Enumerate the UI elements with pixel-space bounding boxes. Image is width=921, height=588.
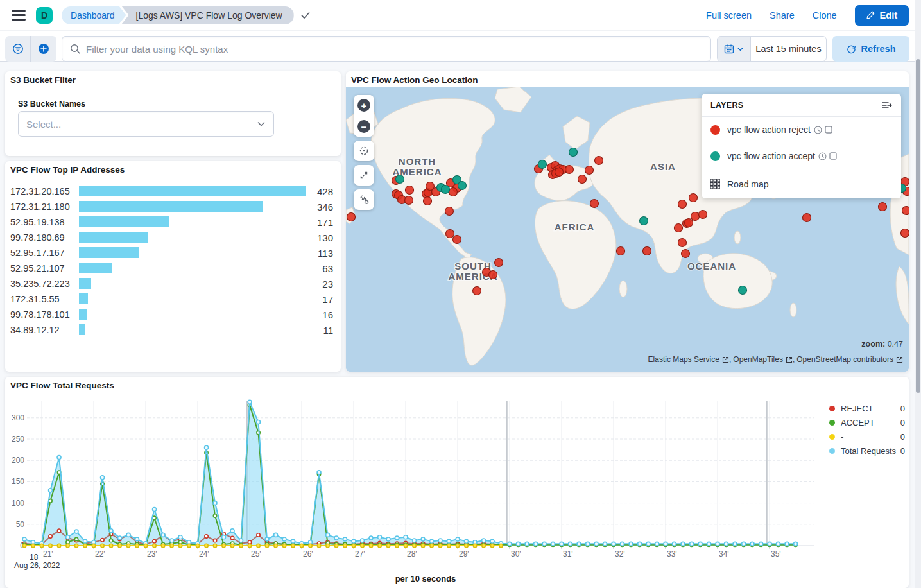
reject-dot[interactable] — [424, 197, 432, 205]
legend-dot — [829, 448, 835, 454]
reject-dot[interactable] — [803, 214, 811, 222]
reject-dot[interactable] — [643, 247, 651, 255]
reject-dot[interactable] — [578, 175, 587, 184]
accept-dot[interactable] — [569, 148, 578, 157]
reject-dot[interactable] — [678, 200, 687, 209]
legend-item-reject[interactable]: REJECT0 — [829, 401, 905, 415]
x-tick-label: 24' — [199, 549, 209, 558]
map-tools-button[interactable] — [354, 189, 374, 210]
reject-dot[interactable] — [879, 203, 887, 211]
breadcrumb-dashboard[interactable]: Dashboard — [62, 6, 126, 24]
accept-dot[interactable] — [538, 160, 547, 169]
ip-table-row[interactable]: 52.95.17.167113 — [5, 245, 341, 261]
menu-icon[interactable] — [12, 10, 26, 21]
full-screen-link[interactable]: Full screen — [706, 10, 752, 21]
ip-table-row[interactable]: 172.31.20.165428 — [5, 184, 341, 199]
scrollbar-thumb[interactable] — [916, 59, 920, 393]
dash-line-marker — [196, 544, 199, 547]
dash-line-marker — [369, 544, 372, 547]
ip-table-row[interactable]: 99.78.180.69130 — [5, 230, 341, 245]
reject-dot[interactable] — [555, 168, 564, 177]
accept-dot[interactable] — [442, 186, 450, 194]
panel-title: VPC Flow Total Requests — [10, 381, 114, 390]
page-scrollbar[interactable] — [915, 0, 921, 588]
share-link[interactable]: Share — [770, 10, 795, 21]
reject-dot[interactable] — [699, 211, 707, 219]
requests-chart[interactable]: 05010015020025030021'22'23'24'25'26'27'2… — [5, 395, 819, 571]
ip-table-row[interactable]: 35.235.72.22323 — [5, 276, 341, 291]
reject-dot[interactable] — [495, 259, 503, 267]
total-requests-line-marker — [794, 542, 798, 546]
reject-dot[interactable] — [682, 250, 690, 258]
ip-table-row[interactable]: 52.95.19.138171 — [5, 214, 341, 230]
reject-dot[interactable] — [617, 247, 625, 255]
map-zoom-in-button[interactable]: + — [354, 95, 374, 116]
panel-title: S3 Bucket Filter — [10, 75, 76, 85]
reject-dot[interactable] — [565, 166, 574, 174]
reject-dot[interactable] — [446, 230, 454, 238]
reject-dot[interactable] — [595, 157, 603, 165]
ip-table-row[interactable]: 34.89.12.1211 — [5, 322, 341, 338]
reject-dot[interactable] — [902, 207, 909, 215]
accept-dot[interactable] — [396, 175, 404, 184]
collapse-panel-icon[interactable] — [882, 101, 892, 110]
add-filter-icon[interactable] — [31, 36, 56, 62]
dash-line-marker — [135, 544, 139, 547]
reject-dot[interactable] — [449, 188, 458, 196]
reject-dot[interactable] — [406, 186, 414, 195]
reject-dot[interactable] — [689, 194, 698, 202]
map-fit-bounds-button[interactable] — [354, 165, 374, 186]
edit-button[interactable]: Edit — [855, 5, 909, 26]
space-avatar[interactable]: D — [36, 7, 53, 24]
reject-dot[interactable] — [445, 207, 454, 216]
reject-line-marker — [57, 529, 60, 532]
reject-dot[interactable] — [691, 212, 700, 221]
legend-item-accept[interactable]: ACCEPT0 — [829, 415, 905, 429]
dash-line-marker — [57, 544, 60, 547]
layer-row-road-map[interactable]: Road map — [702, 169, 901, 198]
legend-item-total-requests[interactable]: Total Requests0 — [829, 444, 905, 458]
ip-table-row[interactable]: 52.95.21.10763 — [5, 261, 341, 276]
ip-table-row[interactable]: 172.31.21.180346 — [5, 199, 341, 214]
layer-row-vpc-flow-action-accept[interactable]: vpc flow action accept — [702, 143, 901, 169]
reject-dot[interactable] — [685, 219, 693, 227]
ip-count-bar — [79, 186, 306, 196]
total-requests-line-marker — [742, 542, 746, 546]
reject-dot[interactable] — [347, 213, 356, 221]
breadcrumb-current-page[interactable]: [Logs AWS] VPC Flow Log Overview — [122, 6, 294, 24]
time-range-value[interactable]: Last 15 minutes — [751, 37, 826, 61]
s3-bucket-select[interactable]: Select... — [18, 111, 274, 137]
attribution-link[interactable]: OpenMapTiles, — [733, 355, 796, 364]
reject-dot[interactable] — [473, 287, 481, 295]
external-link-icon — [896, 356, 903, 363]
saved-query-icon[interactable] — [5, 36, 31, 62]
ip-table-row[interactable]: 99.78.178.10116 — [5, 307, 341, 322]
attribution-link[interactable]: OpenStreetMap contributors — [796, 355, 903, 364]
refresh-button[interactable]: Refresh — [832, 36, 909, 62]
layer-row-vpc-flow-action-reject[interactable]: vpc flow action reject — [702, 117, 901, 143]
kql-search-input[interactable] — [86, 44, 710, 55]
reject-dot[interactable] — [590, 200, 599, 208]
attribution-link[interactable]: Elastic Maps Service, — [648, 355, 734, 364]
legend-item--[interactable]: -0 — [829, 429, 905, 444]
accept-dot[interactable] — [458, 182, 467, 190]
reject-dot[interactable] — [585, 166, 594, 175]
reject-dot[interactable] — [901, 229, 909, 238]
map-locate-button[interactable] — [354, 141, 374, 161]
calendar-dropdown-button[interactable] — [718, 37, 751, 61]
reject-dot[interactable] — [405, 196, 413, 205]
world-map[interactable]: NORTHAMERICASOUTHAMERICAAFRICAASIAOCEANI… — [346, 87, 909, 372]
reject-dot[interactable] — [489, 271, 497, 279]
total-requests-line-marker — [517, 542, 521, 546]
accept-dot[interactable] — [739, 286, 747, 295]
accept-dot[interactable] — [640, 217, 648, 225]
reject-dot[interactable] — [678, 239, 687, 247]
wrench-icon — [359, 195, 370, 205]
visibility-checkbox-icon[interactable] — [829, 152, 837, 160]
reject-dot[interactable] — [453, 236, 461, 244]
map-zoom-out-button[interactable]: − — [354, 116, 374, 137]
reject-dot[interactable] — [675, 224, 683, 232]
visibility-checkbox-icon[interactable] — [825, 126, 832, 134]
clone-link[interactable]: Clone — [813, 10, 837, 21]
ip-table-row[interactable]: 172.31.5.5517 — [5, 291, 341, 307]
